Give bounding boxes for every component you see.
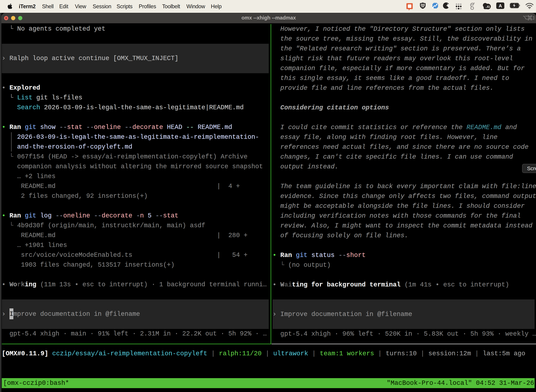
svg-text:A: A [499, 3, 502, 9]
svg-text:..61: ..61 [486, 5, 490, 8]
svg-text:1: 1 [532, 15, 534, 20]
